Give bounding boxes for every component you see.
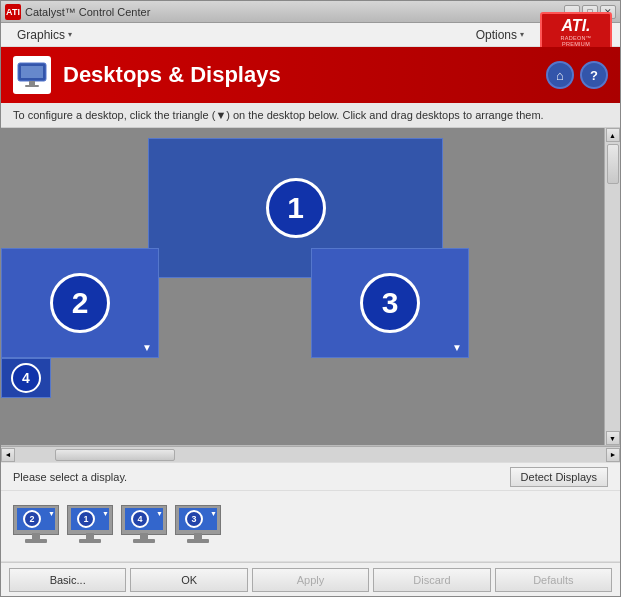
banner-icon — [13, 56, 51, 94]
monitor-icon-img-1: 1 ▼ — [67, 505, 113, 547]
monitor-block-2[interactable]: 2 ▼ — [1, 248, 159, 358]
monitor-icon-label-3: 3 — [185, 510, 203, 528]
monitor-screen-inner-2: 2 ▼ — [17, 508, 55, 530]
home-icon: ⌂ — [556, 68, 564, 83]
window-title: Catalyst™ Control Center — [25, 6, 150, 18]
instruction-bar: To configure a desktop, click the triang… — [1, 103, 620, 128]
vertical-scrollbar: ▲ ▼ — [604, 128, 620, 445]
monitor-block-4[interactable]: 4 — [1, 358, 51, 398]
basic-button[interactable]: Basic... — [9, 568, 126, 592]
monitor-screen-inner-1: 1 ▼ — [71, 508, 109, 530]
svg-rect-2 — [29, 81, 35, 85]
display-icon-4[interactable]: 4 ▼ — [121, 505, 167, 547]
monitor-screen-inner-4: 4 ▼ — [125, 508, 163, 530]
scroll-thumb[interactable] — [607, 144, 619, 184]
status-bar: Please select a display. Detect Displays — [1, 462, 620, 490]
scroll-track — [606, 142, 620, 431]
status-text: Please select a display. — [13, 471, 127, 483]
monitor-dropdown-3[interactable]: ▼ — [452, 342, 462, 353]
options-menu[interactable]: Options ▾ — [468, 26, 532, 44]
help-button[interactable]: ? — [580, 61, 608, 89]
banner-title: Desktops & Displays — [63, 62, 534, 88]
display-icon-2[interactable]: 2 ▼ — [13, 505, 59, 547]
app-icon: ATI — [5, 4, 21, 20]
graphics-arrow: ▾ — [68, 30, 72, 39]
icon-dropdown-4: ▼ — [156, 510, 163, 517]
monitor-stand-2 — [25, 539, 47, 543]
monitor-icon-img-2: 2 ▼ — [13, 505, 59, 547]
scroll-right-button[interactable]: ► — [606, 448, 620, 462]
scroll-left-button[interactable]: ◄ — [1, 448, 15, 462]
header-banner: Desktops & Displays ⌂ ? — [1, 47, 620, 103]
home-button[interactable]: ⌂ — [546, 61, 574, 89]
monitor-stand-1 — [79, 539, 101, 543]
display-icon-1[interactable]: 1 ▼ — [67, 505, 113, 547]
monitor-stand-4 — [133, 539, 155, 543]
apply-button[interactable]: Apply — [252, 568, 369, 592]
svg-rect-1 — [21, 66, 43, 78]
monitor-icon-label-4: 4 — [131, 510, 149, 528]
discard-button[interactable]: Discard — [373, 568, 490, 592]
menu-bar: Graphics ▾ Options ▾ ATI. RADEON™ PREMIU… — [1, 23, 620, 47]
help-icon: ? — [590, 68, 598, 83]
monitor-body-2: 2 ▼ — [13, 505, 59, 535]
options-arrow: ▾ — [520, 30, 524, 39]
monitor-icon-label-2: 2 — [23, 510, 41, 528]
ati-brand-text: ATI. — [561, 17, 590, 35]
icon-dropdown-3: ▼ — [210, 510, 217, 517]
monitor-stand-3 — [187, 539, 209, 543]
monitor-screen-inner-3: 3 ▼ — [179, 508, 217, 530]
action-bar: Basic... OK Apply Discard Defaults — [1, 562, 620, 596]
banner-buttons: ⌂ ? — [546, 61, 608, 89]
defaults-button[interactable]: Defaults — [495, 568, 612, 592]
instruction-text: To configure a desktop, click the triang… — [13, 109, 544, 121]
scroll-down-button[interactable]: ▼ — [606, 431, 620, 445]
scroll-up-button[interactable]: ▲ — [606, 128, 620, 142]
title-bar-left: ATI Catalyst™ Control Center — [5, 4, 150, 20]
detect-displays-button[interactable]: Detect Displays — [510, 467, 608, 487]
monitor-number-4: 4 — [11, 363, 41, 393]
monitor-number-1: 1 — [266, 178, 326, 238]
monitor-block-3[interactable]: 3 ▼ — [311, 248, 469, 358]
monitor-icon-label-1: 1 — [77, 510, 95, 528]
monitor-icon-img-4: 4 ▼ — [121, 505, 167, 547]
monitor-body-1: 1 ▼ — [67, 505, 113, 535]
main-content: 1 ▼ 2 ▼ * 3 ▼ 4 — [1, 128, 620, 596]
title-bar: ATI Catalyst™ Control Center ─ □ ✕ — [1, 1, 620, 23]
desktop-canvas: 1 ▼ 2 ▼ * 3 ▼ 4 — [1, 128, 604, 445]
display-icons-row: 2 ▼ 1 ▼ — [1, 490, 620, 562]
horizontal-scrollbar: ◄ ► — [1, 446, 620, 462]
monitor-icon-img-3: 3 ▼ — [175, 505, 221, 547]
desktop-canvas-wrapper: 1 ▼ 2 ▼ * 3 ▼ 4 — [1, 128, 620, 446]
icon-dropdown-1: ▼ — [102, 510, 109, 517]
scroll-h-track — [15, 448, 606, 462]
monitor-body-3: 3 ▼ — [175, 505, 221, 535]
monitor-number-3: 3 — [360, 273, 420, 333]
graphics-menu[interactable]: Graphics ▾ — [9, 26, 80, 44]
icon-dropdown-2: ▼ — [48, 510, 55, 517]
ok-button[interactable]: OK — [130, 568, 247, 592]
scroll-h-thumb[interactable] — [55, 449, 175, 461]
svg-rect-3 — [25, 85, 39, 87]
monitor-dropdown-2[interactable]: ▼ — [142, 342, 152, 353]
monitor-body-4: 4 ▼ — [121, 505, 167, 535]
monitor-number-2: 2 — [50, 273, 110, 333]
main-window: ATI Catalyst™ Control Center ─ □ ✕ Graph… — [0, 0, 621, 597]
display-icon-3[interactable]: 3 ▼ — [175, 505, 221, 547]
